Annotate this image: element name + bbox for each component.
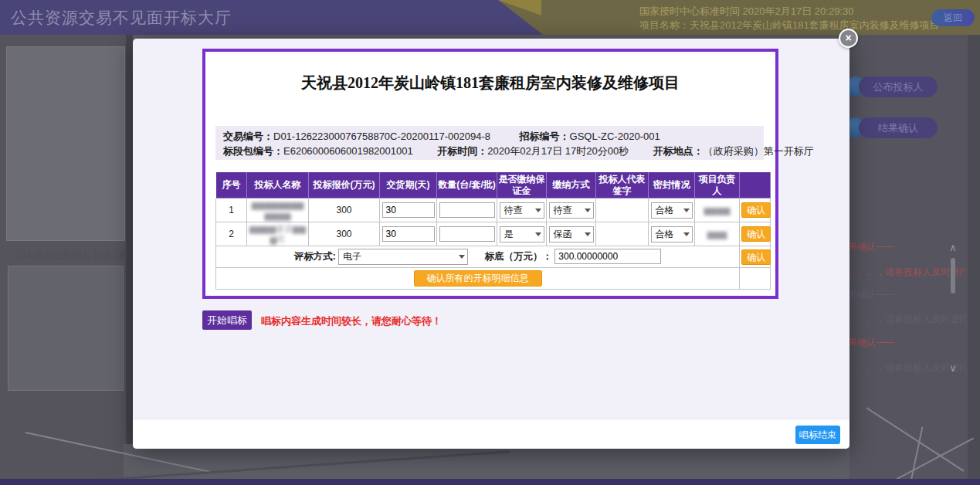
notice-line: 。。。，请各投标人及时进行	[848, 266, 965, 279]
confirm-all-row: 确认所有的开标明细信息	[216, 268, 771, 290]
eval-method-select[interactable]: 电子	[338, 249, 468, 265]
notice-line: 果确认——	[848, 336, 965, 349]
chevron-down-icon	[459, 255, 465, 259]
deposit-select[interactable]: 待查	[500, 202, 544, 219]
delivery-input[interactable]	[382, 226, 435, 242]
manager-masked: ▆▆▆▆	[695, 198, 740, 222]
open-place-label: 开标地点：	[653, 145, 704, 157]
delivery-cell	[380, 222, 437, 246]
seal-cell: 合格	[649, 222, 695, 246]
chevron-down-icon	[585, 209, 591, 212]
background-right-edge	[968, 35, 980, 479]
bid-price: 300	[309, 222, 380, 246]
result-confirm-button[interactable]: 结果确认	[859, 117, 938, 138]
bidders-list-panel	[8, 266, 124, 391]
scroll-up-icon[interactable]: ∧	[947, 242, 959, 253]
bidder-name-masked: ▆▆▆▆建设▆▆▆司	[247, 222, 309, 246]
col-manager: 项目负责人	[695, 172, 740, 198]
quantity-input[interactable]	[439, 202, 495, 218]
notice-line: 。。。，请各投标人及时进行	[848, 313, 965, 326]
col-pay-method: 缴纳方式	[547, 172, 596, 198]
quantity-cell	[437, 198, 497, 222]
bidder-row-2: 2 ▆▆▆▆建设▆▆▆司 300 是 保函 合格 ▆▆▆ 确认	[216, 222, 771, 246]
modal-title: 天祝县2012年炭山岭镇181套廉租房室内装修及维修项目	[205, 73, 775, 93]
bid-table: 序号 投标人名称 投标报价(万元) 交货期(天) 数量(台/套/批) 是否缴纳保…	[215, 171, 771, 290]
bid-price: 300	[309, 198, 380, 222]
seal-cell: 合格	[649, 198, 695, 222]
signature-cell	[596, 198, 649, 222]
bid-detail-box: 天祝县2012年炭山岭镇181套廉租房室内装修及维修项目 交易编号：D01-12…	[202, 49, 778, 299]
col-no: 序号	[216, 172, 247, 198]
chevron-down-icon	[585, 232, 591, 236]
col-signature: 投标人代表签字	[596, 172, 649, 198]
row-no: 2	[216, 222, 247, 246]
delivery-input[interactable]	[382, 202, 435, 218]
notice-line: 果确认——	[848, 288, 965, 301]
publish-bidders-button[interactable]: 公布投标人	[859, 76, 938, 97]
chevron-down-icon	[683, 209, 690, 212]
bottom-bar	[0, 479, 980, 485]
top-bar: 公共资源交易不见面开标大厅 国家授时中心标准时间 2020年2月17日 20:2…	[0, 0, 980, 35]
row-no: 1	[216, 198, 247, 222]
background-bottom	[124, 444, 849, 480]
tender-no-value: GSQL-ZC-2020-001	[570, 131, 660, 142]
background-right	[843, 35, 980, 485]
eval-row: 评标方式: 电子 标底（万元）： 确认	[216, 246, 771, 268]
deposit-cell: 是	[497, 222, 547, 246]
deposit-select[interactable]: 是	[500, 226, 544, 242]
seal-select[interactable]: 合格	[651, 226, 693, 242]
pay-method-select[interactable]: 待查	[549, 202, 594, 219]
close-icon[interactable]: ×	[839, 29, 858, 48]
deposit-cell: 待查	[497, 198, 547, 222]
action-cell	[740, 268, 771, 290]
video-panel	[6, 46, 125, 241]
base-price-input[interactable]	[554, 249, 661, 264]
project-name: 项目名称：天祝县2012年炭山岭镇181套廉租房室内装修及维修项目	[639, 19, 940, 32]
chevron-down-icon	[535, 209, 541, 212]
confirm-eval-button[interactable]: 确认	[741, 249, 771, 265]
quantity-cell	[437, 222, 497, 246]
col-price: 投标报价(万元)	[309, 172, 380, 198]
chevron-down-icon	[683, 232, 690, 236]
action-cell: 确认	[740, 198, 771, 222]
standard-time: 国家授时中心标准时间 2020年2月17日 20:29:30	[639, 5, 853, 19]
chevron-down-icon	[535, 232, 541, 236]
eval-method-label: 评标方式:	[294, 251, 336, 262]
eval-cell: 评标方式: 电子 标底（万元）：	[216, 246, 740, 268]
pay-method-select[interactable]: 保函	[549, 226, 594, 242]
package-no-label: 标段包编号：	[223, 145, 283, 157]
bid-opening-modal: 天祝县2012年炭山岭镇181套廉租房室内装修及维修项目 交易编号：D01-12…	[133, 39, 849, 449]
quantity-input[interactable]	[439, 226, 495, 242]
finish-calling-button[interactable]: 唱标结束	[795, 426, 840, 444]
open-place-value: （政府采购）第一开标厅	[704, 145, 814, 157]
start-calling-button[interactable]: 开始唱标	[202, 310, 252, 330]
back-button[interactable]: 返回	[931, 9, 975, 26]
seal-select[interactable]: 合格	[651, 202, 693, 219]
action-cell: 确认	[740, 222, 771, 246]
bidder-name-masked: ▆▆▆▆▆▆▆▆▆▆▆▆	[247, 198, 309, 222]
pay-method-cell: 保函	[547, 222, 596, 246]
confirm-row-button[interactable]: 确认	[741, 202, 771, 218]
col-quantity: 数量(台/套/批)	[437, 172, 497, 198]
confirm-all-button[interactable]: 确认所有的开标明细信息	[414, 270, 542, 287]
trade-no-value: D01-12622300076758870C-20200117-002094-8	[273, 131, 490, 142]
modal-footer: 唱标结束	[133, 419, 849, 449]
signature-cell	[596, 222, 649, 246]
tender-no-label: 招标编号：	[520, 131, 570, 142]
scroll-down-icon[interactable]: ∨	[947, 363, 959, 374]
open-time-label: 开标时间：	[437, 145, 487, 157]
app-title: 公共资源交易不见面开标大厅	[11, 7, 232, 29]
package-no-value: E6206000606001982001001	[283, 145, 413, 157]
open-time-value: 2020年02月17日 17时20分00秒	[487, 145, 629, 157]
scrollbar-thumb[interactable]	[951, 258, 955, 293]
table-header-row: 序号 投标人名称 投标报价(万元) 交货期(天) 数量(台/套/批) 是否缴纳保…	[216, 172, 771, 198]
confirm-row-button[interactable]: 确认	[741, 226, 771, 242]
warning-text: 唱标内容生成时间较长，请您耐心等待！	[261, 314, 442, 328]
col-bidder: 投标人名称	[247, 172, 309, 198]
action-cell: 确认	[740, 246, 771, 268]
screen: ☑本项目已投标人 总计 1家 公布投标人 结果确认 果确认—— 。。。，请各投标…	[0, 0, 980, 485]
col-deposit: 是否缴纳保证金	[497, 172, 547, 198]
project-info-box: 交易编号：D01-12622300076758870C-20200117-002…	[215, 126, 764, 160]
pay-method-cell: 待查	[547, 198, 596, 222]
bidder-row-1: 1 ▆▆▆▆▆▆▆▆▆▆▆▆ 300 待查 待查 合格 ▆▆▆▆ 确认	[216, 198, 771, 222]
